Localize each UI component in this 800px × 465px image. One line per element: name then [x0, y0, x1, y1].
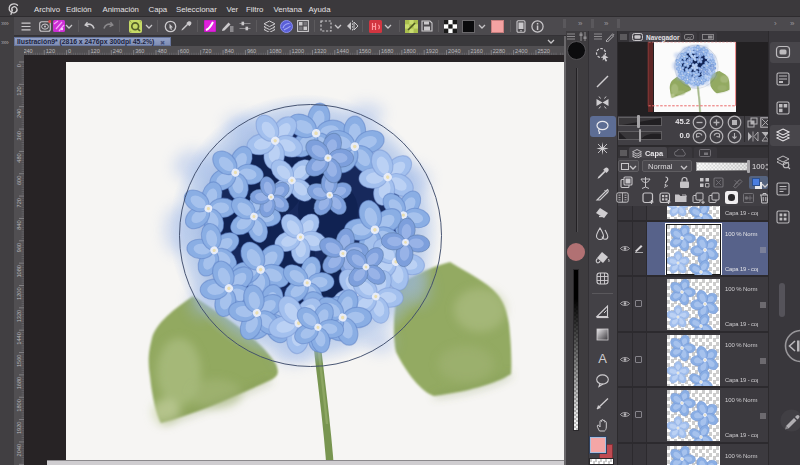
svg-text:2040: 2040 — [16, 444, 22, 456]
svg-text:240: 240 — [113, 48, 122, 54]
svg-text:960: 960 — [16, 243, 22, 252]
svg-text:2280: 2280 — [493, 48, 505, 54]
svg-text:1440: 1440 — [16, 332, 22, 344]
svg-text:120: 120 — [90, 48, 99, 54]
svg-text:360: 360 — [16, 131, 22, 140]
svg-text:A: A — [598, 351, 607, 366]
svg-text:1800: 1800 — [403, 48, 415, 54]
svg-text:240: 240 — [23, 48, 32, 54]
svg-text:1560: 1560 — [359, 48, 371, 54]
svg-text:1080: 1080 — [269, 48, 281, 54]
svg-text:840: 840 — [225, 48, 234, 54]
svg-text:1440: 1440 — [336, 48, 348, 54]
svg-text:120: 120 — [46, 48, 55, 54]
svg-text:2520: 2520 — [537, 48, 549, 54]
svg-text:0: 0 — [16, 64, 22, 67]
svg-text:720: 720 — [202, 48, 211, 54]
svg-text:2400: 2400 — [515, 48, 527, 54]
svg-text:1920: 1920 — [426, 48, 438, 54]
svg-text:1680: 1680 — [381, 48, 393, 54]
svg-text:480: 480 — [16, 153, 22, 162]
svg-text:840: 840 — [16, 220, 22, 229]
svg-text:720: 720 — [16, 198, 22, 207]
svg-text:2160: 2160 — [470, 48, 482, 54]
svg-text:1200: 1200 — [292, 48, 304, 54]
svg-text:1200: 1200 — [16, 288, 22, 300]
svg-text:1680: 1680 — [16, 377, 22, 389]
svg-text:240: 240 — [16, 109, 22, 118]
svg-text:600: 600 — [16, 176, 22, 185]
svg-text:960: 960 — [247, 48, 256, 54]
svg-text:360: 360 — [135, 48, 144, 54]
svg-text:1080: 1080 — [16, 265, 22, 277]
svg-text:600: 600 — [180, 48, 189, 54]
svg-text:1920: 1920 — [16, 422, 22, 434]
svg-text:1800: 1800 — [16, 399, 22, 411]
svg-text:2040: 2040 — [448, 48, 460, 54]
svg-text:480: 480 — [158, 48, 167, 54]
svg-text:1320: 1320 — [314, 48, 326, 54]
svg-text:1320: 1320 — [16, 310, 22, 322]
svg-text:1560: 1560 — [16, 355, 22, 367]
svg-text:120: 120 — [16, 86, 22, 95]
svg-text:0: 0 — [68, 48, 71, 54]
